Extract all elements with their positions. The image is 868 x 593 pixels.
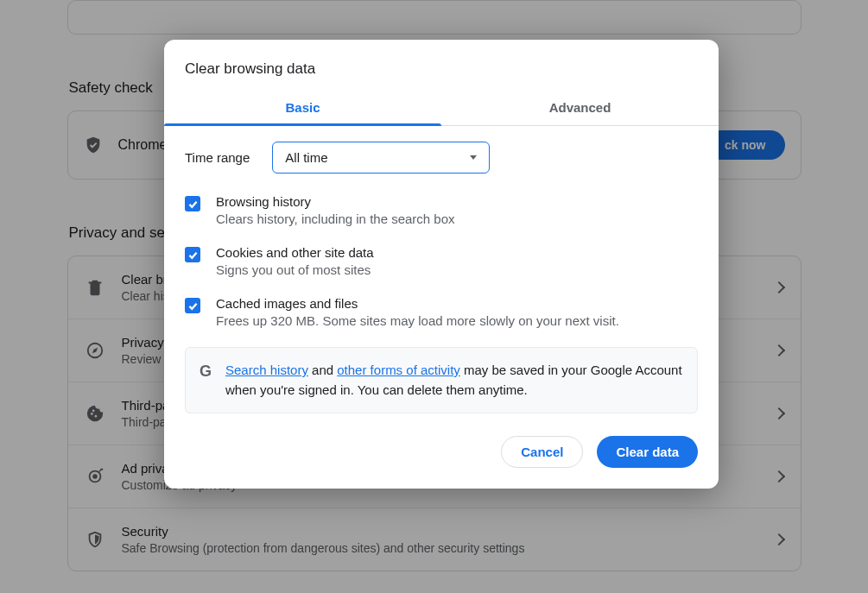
search-history-link[interactable]: Search history — [225, 363, 308, 377]
clear-data-button[interactable]: Clear data — [597, 436, 698, 468]
item-sub: Clears history, including in the search … — [216, 211, 455, 226]
cancel-button[interactable]: Cancel — [501, 436, 583, 468]
item-title: Cached images and files — [216, 296, 619, 311]
item-sub: Frees up 320 MB. Some sites may load mor… — [216, 313, 619, 328]
other-activity-link[interactable]: other forms of activity — [337, 363, 460, 377]
dialog-title: Clear browsing data — [164, 40, 719, 91]
item-title: Browsing history — [216, 194, 455, 209]
tab-advanced[interactable]: Advanced — [441, 91, 719, 125]
clear-browsing-data-dialog: Clear browsing data Basic Advanced Time … — [164, 40, 719, 489]
info-mid: and — [308, 363, 337, 377]
google-g-icon: G — [200, 363, 212, 379]
google-account-info: G Search history and other forms of acti… — [185, 347, 698, 413]
tab-basic[interactable]: Basic — [164, 91, 441, 125]
caret-down-icon — [470, 155, 477, 160]
time-range-select[interactable]: All time — [272, 142, 490, 173]
time-range-value: All time — [285, 150, 327, 165]
checkbox-browsing-history[interactable] — [185, 196, 200, 211]
item-title: Cookies and other site data — [216, 245, 374, 260]
item-sub: Signs you out of most sites — [216, 262, 374, 277]
checkbox-cookies[interactable] — [185, 247, 200, 262]
checkbox-cache[interactable] — [185, 298, 200, 313]
time-range-label: Time range — [185, 150, 250, 165]
